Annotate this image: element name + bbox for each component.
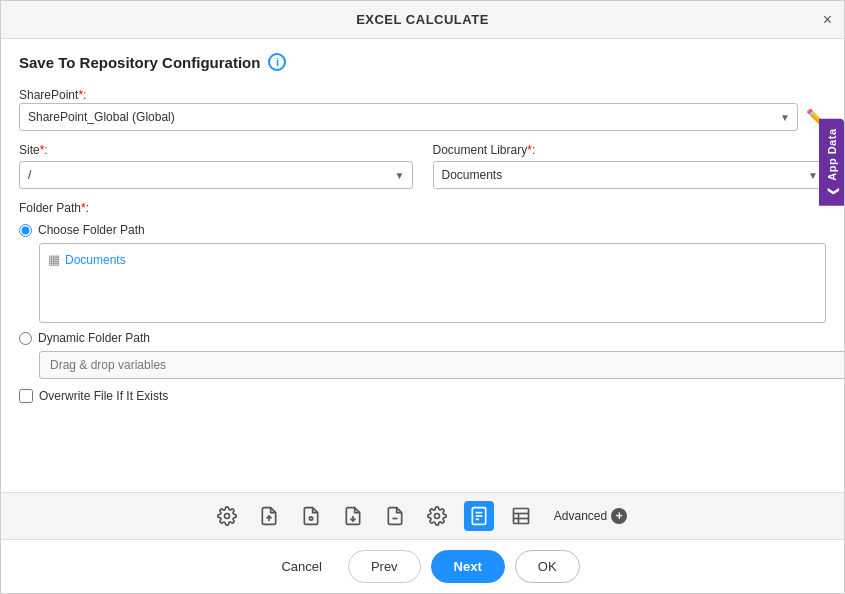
sharepoint-label: SharePoint*:: [19, 88, 86, 102]
next-button[interactable]: Next: [431, 550, 505, 583]
sharepoint-row: SharePoint_Global (Global) ▼ ✏️: [19, 103, 826, 131]
modal-body: Save To Repository Configuration i Share…: [1, 39, 844, 492]
site-select-wrapper: / ▼: [19, 161, 413, 189]
info-icon[interactable]: i: [268, 53, 286, 71]
overwrite-checkbox[interactable]: [19, 389, 33, 403]
modal-footer: Cancel Prev Next OK: [1, 540, 844, 593]
advanced-button[interactable]: Advanced +: [548, 504, 633, 528]
section-title: Save To Repository Configuration i: [19, 53, 826, 71]
toolbar-gear2-icon[interactable]: [422, 501, 452, 531]
choose-folder-radio-label[interactable]: Choose Folder Path: [19, 223, 826, 237]
cancel-button[interactable]: Cancel: [265, 551, 337, 582]
svg-point-5: [434, 514, 439, 519]
toolbar-file-export-icon[interactable]: [380, 501, 410, 531]
advanced-label: Advanced: [554, 509, 607, 523]
ok-button[interactable]: OK: [515, 550, 580, 583]
app-data-label: App Data: [826, 129, 838, 181]
document-library-select-wrapper: Documents ▼: [433, 161, 827, 189]
toolbar-file-upload-icon[interactable]: [254, 501, 284, 531]
document-library-label: Document Library*:: [433, 143, 827, 157]
svg-point-2: [309, 517, 312, 520]
folder-tree-box: ▦ Documents: [39, 243, 826, 323]
folder-icon: ▦: [48, 252, 60, 267]
prev-button[interactable]: Prev: [348, 550, 421, 583]
modal-title: EXCEL CALCULATE: [356, 12, 489, 27]
choose-folder-radio[interactable]: [19, 224, 32, 237]
svg-point-0: [224, 514, 229, 519]
toolbar-file-settings-icon[interactable]: [296, 501, 326, 531]
site-group: Site*: / ▼: [19, 143, 413, 189]
folder-name: Documents: [65, 253, 126, 267]
overwrite-label: Overwrite File If It Exists: [39, 389, 168, 403]
folder-path-section: Folder Path*: Choose Folder Path ▦ Docum…: [19, 201, 826, 379]
overwrite-row: Overwrite File If It Exists: [19, 389, 826, 403]
toolbar-table-icon[interactable]: [506, 501, 536, 531]
dynamic-folder-input[interactable]: [39, 351, 844, 379]
site-doclibrary-row: Site*: / ▼ Document Library*: Documents: [19, 143, 826, 189]
advanced-plus-icon: +: [611, 508, 627, 524]
toolbar-settings-icon[interactable]: [212, 501, 242, 531]
site-select[interactable]: /: [19, 161, 413, 189]
site-label: Site*:: [19, 143, 413, 157]
toolbar: Advanced +: [1, 492, 844, 540]
svg-rect-10: [513, 509, 528, 524]
folder-path-label: Folder Path*:: [19, 201, 826, 215]
sharepoint-select[interactable]: SharePoint_Global (Global): [19, 103, 798, 131]
toolbar-calc-icon[interactable]: [464, 501, 494, 531]
dynamic-folder-radio[interactable]: [19, 332, 32, 345]
modal-header: EXCEL CALCULATE ×: [1, 1, 844, 39]
sharepoint-select-wrapper: SharePoint_Global (Global) ▼: [19, 103, 798, 131]
app-data-panel[interactable]: ❮ App Data: [819, 119, 844, 206]
document-library-group: Document Library*: Documents ▼: [433, 143, 827, 189]
close-button[interactable]: ×: [823, 12, 832, 28]
app-data-arrow-icon: ❮: [825, 186, 838, 196]
modal-container: EXCEL CALCULATE × Save To Repository Con…: [0, 0, 845, 594]
toolbar-file-download-icon[interactable]: [338, 501, 368, 531]
document-library-select[interactable]: Documents: [433, 161, 827, 189]
dynamic-folder-radio-label[interactable]: Dynamic Folder Path: [19, 331, 826, 345]
folder-item[interactable]: ▦ Documents: [48, 252, 817, 267]
